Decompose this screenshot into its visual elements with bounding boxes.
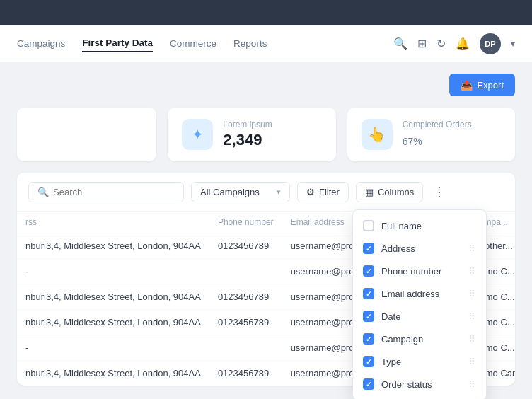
table-section: 🔍 All Campaigns ▾ ⚙ Filter ▦ Columns ⋮ (17, 173, 515, 386)
bell-icon[interactable]: 🔔 (456, 37, 470, 50)
col-header-phone: Phone number (209, 212, 282, 233)
stat-info-lorem: Lorem ipsum 2,349 (223, 120, 272, 149)
grid-icon[interactable]: ⊞ (417, 37, 427, 50)
column-checkbox[interactable] (363, 333, 374, 345)
column-label: Address (381, 243, 461, 254)
column-checkbox[interactable] (363, 356, 374, 367)
column-label: Full name (381, 221, 476, 231)
cell-address: nburi3,4, Middlesex Street, London, 904A… (17, 361, 209, 386)
stat-icon-orders: 👆 (362, 119, 393, 150)
column-checkbox[interactable] (363, 378, 374, 390)
refresh-icon[interactable]: ↻ (436, 37, 446, 50)
chevron-down-icon: ▾ (277, 187, 281, 197)
column-label: Campaign (381, 334, 461, 345)
nav-item-commerce[interactable]: Commerce (170, 35, 216, 52)
column-label: Email address (381, 289, 461, 299)
cell-address: nburi3,4, Middlesex Street, London, 904A… (17, 284, 209, 310)
col-header-address: rss (17, 212, 209, 233)
column-toggle-item[interactable]: Type⠿ (353, 350, 486, 373)
column-checkbox[interactable] (363, 265, 374, 277)
stat-info-orders: Completed Orders 67% (403, 120, 472, 149)
table-controls: 🔍 All Campaigns ▾ ⚙ Filter ▦ Columns ⋮ (17, 173, 515, 212)
stat-card-lorem: ✦ Lorem ipsum 2,349 (168, 108, 335, 161)
stat-card-orders: 👆 Completed Orders 67% (347, 108, 515, 161)
nav-right: 🔍 ⊞ ↻ 🔔 DP ▾ (393, 33, 515, 54)
column-checkbox[interactable] (363, 243, 374, 254)
drag-handle-icon[interactable]: ⠿ (468, 379, 476, 390)
column-label: Phone number (381, 266, 461, 277)
cell-phone (209, 335, 282, 361)
stat-label-lorem: Lorem ipsum (223, 120, 272, 129)
cell-phone: 0123456789 (209, 310, 282, 335)
columns-dropdown: Full nameAddress⠿Phone number⠿Email addr… (352, 209, 487, 399)
avatar[interactable]: DP (480, 33, 501, 54)
cell-address: nburi3,4, Middlesex Street, London, 904A… (17, 233, 209, 259)
column-label: Date (381, 311, 461, 322)
columns-icon: ▦ (365, 187, 374, 197)
column-toggle-item[interactable]: Order status⠿ (353, 373, 486, 395)
stat-icon-lorem: ✦ (182, 119, 213, 150)
drag-handle-icon[interactable]: ⠿ (468, 311, 476, 322)
search-input[interactable] (53, 187, 175, 197)
search-icon: 🔍 (37, 187, 49, 197)
nav-items: Campaigns First Party Data Commerce Repo… (17, 35, 393, 52)
top-bar (0, 0, 532, 25)
filter-button[interactable]: ⚙ Filter (297, 182, 349, 202)
stat-value-orders: 67% (403, 131, 472, 149)
toolbar-row: 📤 Export (17, 74, 515, 96)
cell-address: - (17, 335, 209, 361)
column-toggle-item[interactable]: Phone number⠿ (353, 260, 486, 282)
cell-phone: 0123456789 (209, 233, 282, 259)
cell-phone (209, 259, 282, 284)
search-wrap[interactable]: 🔍 (28, 182, 184, 202)
drag-handle-icon[interactable]: ⠿ (468, 357, 476, 367)
stat-card-placeholder (17, 108, 156, 161)
export-button[interactable]: 📤 Export (449, 74, 515, 96)
column-toggle-item[interactable]: Campaign⠿ (353, 328, 486, 350)
column-checkbox[interactable] (363, 220, 374, 231)
nav-item-first-party-data[interactable]: First Party Data (82, 35, 153, 52)
column-toggle-item[interactable]: Address⠿ (353, 237, 486, 260)
drag-handle-icon[interactable]: ⠿ (468, 266, 476, 277)
column-toggle-item[interactable]: Email address⠿ (353, 282, 486, 305)
stat-value-lorem: 2,349 (223, 131, 272, 149)
columns-button[interactable]: ▦ Columns (356, 182, 423, 202)
drag-handle-icon[interactable]: ⠿ (468, 243, 476, 254)
column-label: Type (381, 357, 461, 367)
column-checkbox[interactable] (363, 311, 374, 322)
main-content: 📤 Export ✦ Lorem ipsum 2,349 👆 Completed… (0, 62, 532, 399)
cell-phone: 0123456789 (209, 284, 282, 310)
cell-address: nburi3,4, Middlesex Street, London, 904A… (17, 310, 209, 335)
column-toggle-item[interactable]: Date⠿ (353, 305, 486, 328)
stats-row: ✦ Lorem ipsum 2,349 👆 Completed Orders 6… (17, 108, 515, 161)
more-options-button[interactable]: ⋮ (430, 181, 449, 202)
column-toggle-item[interactable]: Full name (353, 214, 486, 237)
search-icon[interactable]: 🔍 (393, 37, 407, 50)
nav-item-campaigns[interactable]: Campaigns (17, 35, 65, 52)
navigation: Campaigns First Party Data Commerce Repo… (0, 25, 532, 62)
export-icon: 📤 (461, 79, 473, 91)
drag-handle-icon[interactable]: ⠿ (468, 334, 476, 345)
drag-handle-icon[interactable]: ⠿ (468, 289, 476, 299)
filter-icon: ⚙ (306, 187, 315, 197)
column-label: Order status (381, 379, 461, 390)
chevron-down-icon[interactable]: ▾ (511, 39, 515, 49)
campaign-dropdown[interactable]: All Campaigns ▾ (191, 182, 290, 202)
stat-label-orders: Completed Orders (403, 120, 472, 129)
column-checkbox[interactable] (363, 288, 374, 299)
cell-address: - (17, 259, 209, 284)
cell-phone: 0123456789 (209, 361, 282, 386)
nav-item-reports[interactable]: Reports (233, 35, 267, 52)
